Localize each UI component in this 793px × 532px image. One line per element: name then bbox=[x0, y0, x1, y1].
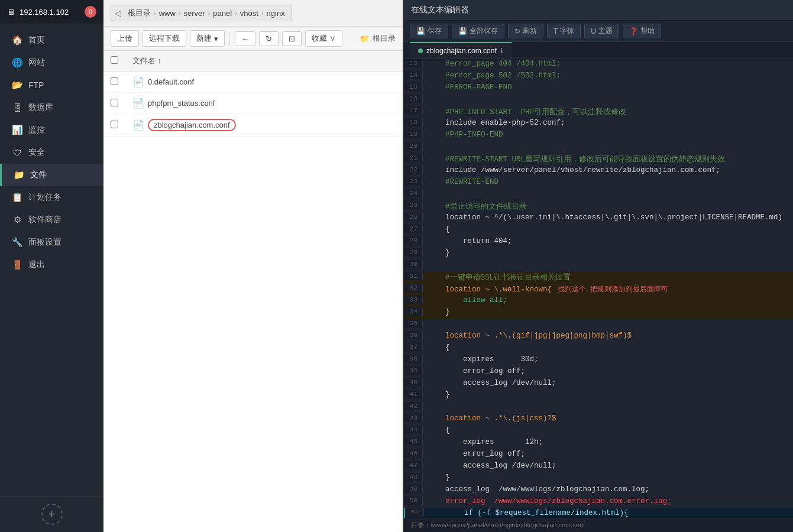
line-number: 50 bbox=[404, 497, 423, 505]
terminal-button[interactable]: ⊡ bbox=[282, 31, 302, 46]
sidebar-item-label: 退出 bbox=[28, 259, 45, 270]
sidebar-item-monitor[interactable]: 📊 监控 bbox=[0, 119, 103, 141]
sidebar-item-store[interactable]: ⚙ 软件商店 bbox=[0, 209, 103, 231]
line-content: #PHP-INFO-END bbox=[423, 130, 793, 140]
line-number: 16 bbox=[404, 95, 423, 103]
line-number: 51 bbox=[405, 508, 424, 517]
theme-button[interactable]: U 主题 bbox=[584, 24, 619, 38]
breadcrumb-item-server[interactable]: server bbox=[181, 8, 208, 18]
sidebar-item-ftp[interactable]: 📂 FTP bbox=[0, 74, 103, 96]
chevron-down-icon: ▾ bbox=[214, 34, 218, 43]
line-number: 23 bbox=[404, 177, 423, 186]
breadcrumb-back-icon[interactable]: ◁ bbox=[115, 8, 121, 18]
file-icon: 📄 bbox=[132, 98, 144, 109]
font-button[interactable]: T 字体 bbox=[547, 24, 581, 38]
file-checkbox[interactable] bbox=[111, 121, 118, 128]
line-number: 49 bbox=[404, 485, 423, 493]
breadcrumb-item-vhost[interactable]: vhost bbox=[237, 8, 261, 18]
line-number: 19 bbox=[404, 130, 423, 138]
line-content: #REWRITE-START URL重写规则引用，修改后可能导致面板设置的伪静态… bbox=[423, 154, 793, 165]
save-all-button[interactable]: 💾 全部保存 bbox=[452, 24, 504, 38]
breadcrumb-item-panel[interactable]: panel bbox=[210, 8, 235, 18]
editor-refresh-button[interactable]: ↻ 刷新 bbox=[508, 24, 543, 38]
line-number: 44 bbox=[404, 426, 423, 434]
code-line: 36 location ~ .*\.(gif|jpg|jpeg|png|bmp|… bbox=[404, 331, 793, 343]
code-area[interactable]: 13 #error_page 404 /404.html;14 #error_p… bbox=[404, 59, 793, 518]
code-line: 26 location ~ ^/(\.user.ini|\.htaccess|\… bbox=[404, 213, 793, 225]
new-button[interactable]: 新建 ▾ bbox=[190, 30, 225, 47]
code-line: 40 access_log /dev/null; bbox=[404, 378, 793, 390]
sidebar-item-label: FTP bbox=[28, 80, 44, 90]
save-button[interactable]: 💾 保存 bbox=[410, 24, 448, 38]
line-number: 25 bbox=[404, 201, 423, 209]
file-checkbox[interactable] bbox=[111, 77, 118, 85]
line-content: #REWRITE-END bbox=[423, 177, 793, 187]
breadcrumb-item-root[interactable]: 根目录 bbox=[125, 7, 154, 19]
code-line: 28 return 404; bbox=[404, 236, 793, 248]
line-number: 24 bbox=[404, 189, 423, 197]
code-line: 25 #禁止访问的文件或目录 bbox=[404, 201, 793, 213]
database-icon: 🗄 bbox=[12, 103, 22, 113]
table-row: 📄 zblogchajian.com.conf bbox=[103, 114, 403, 137]
cron-icon: 📋 bbox=[12, 192, 22, 203]
file-area: 文件名 ↑ 📄 0.default.conf bbox=[103, 51, 403, 532]
file-name[interactable]: phpfpm_status.conf bbox=[148, 99, 215, 108]
file-name[interactable]: 0.default.conf bbox=[148, 77, 194, 86]
editor-tab-file[interactable]: zblogchajian.com.conf ℹ bbox=[410, 42, 512, 59]
select-all-checkbox[interactable] bbox=[111, 56, 118, 64]
back-button[interactable]: ← bbox=[235, 31, 255, 46]
line-content: include enable-php-52.conf; bbox=[423, 118, 793, 128]
tab-indicator bbox=[418, 48, 423, 53]
line-content: include /www/server/panel/vhost/rewrite/… bbox=[423, 166, 793, 175]
sidebar-header: 🖥 192.168.1.102 0 bbox=[0, 0, 103, 24]
code-line: 38 expires 30d; bbox=[404, 355, 793, 366]
tab-info-icon[interactable]: ℹ bbox=[500, 47, 503, 55]
line-content: #禁止访问的文件或目录 bbox=[423, 201, 793, 212]
sidebar-item-logout[interactable]: 🚪 退出 bbox=[0, 254, 103, 276]
code-line: 20 bbox=[404, 142, 793, 154]
breadcrumb-item-www[interactable]: www bbox=[156, 8, 179, 18]
code-line: 31 #一键申请SSL证书验证目录相关设置 bbox=[404, 272, 793, 284]
line-number: 39 bbox=[404, 366, 423, 375]
table-row: 📄 0.default.conf bbox=[103, 72, 403, 93]
sidebar-item-home[interactable]: 🏠 首页 bbox=[0, 29, 103, 51]
editor-panel: 在线文本编辑器 💾 保存 💾 全部保存 ↻ 刷新 T 字体 U 主题 ❓ 帮助 bbox=[403, 0, 793, 532]
sidebar-item-website[interactable]: 🌐 网站 bbox=[0, 51, 103, 74]
line-number: 22 bbox=[404, 166, 423, 174]
line-content: } bbox=[423, 248, 793, 258]
compress-button[interactable]: 收藏 ∨ bbox=[305, 30, 342, 47]
file-table: 文件名 ↑ 📄 0.default.conf bbox=[103, 51, 403, 137]
code-line: 47 access_log /dev/null; bbox=[404, 461, 793, 473]
store-icon: ⚙ bbox=[12, 215, 22, 225]
code-line: 42 bbox=[404, 402, 793, 414]
sidebar-item-label: 计划任务 bbox=[28, 192, 62, 203]
line-number: 40 bbox=[404, 378, 423, 387]
line-content: allow all; bbox=[423, 296, 793, 305]
line-number: 47 bbox=[404, 461, 423, 469]
remote-download-button[interactable]: 远程下载 bbox=[143, 30, 186, 47]
editor-title: 在线文本编辑器 bbox=[411, 5, 469, 15]
logout-icon: 🚪 bbox=[12, 259, 22, 270]
line-number: 17 bbox=[404, 106, 423, 115]
refresh-button[interactable]: ↻ bbox=[259, 31, 279, 46]
sidebar-item-files[interactable]: 📁 文件 bbox=[0, 164, 103, 186]
line-content: #ERROR-PAGE-END bbox=[423, 83, 793, 92]
line-number: 13 bbox=[404, 59, 423, 67]
sidebar-item-security[interactable]: 🛡 安全 bbox=[0, 141, 103, 164]
sidebar-item-cron[interactable]: 📋 计划任务 bbox=[0, 186, 103, 209]
toolbar-right: 📁 根目录 bbox=[360, 33, 396, 44]
add-button[interactable]: + bbox=[41, 504, 63, 525]
code-line: 51 if (-f $request_filename/index.html){ bbox=[404, 508, 793, 518]
sidebar-item-panel[interactable]: 🔧 面板设置 bbox=[0, 231, 103, 254]
line-number: 38 bbox=[404, 355, 423, 363]
line-content: access_log /dev/null; bbox=[423, 461, 793, 471]
line-content: { bbox=[423, 225, 793, 234]
refresh-icon: ↻ bbox=[514, 27, 520, 35]
upload-button[interactable]: 上传 bbox=[111, 30, 139, 47]
file-name[interactable]: zblogchajian.com.conf bbox=[148, 119, 236, 131]
file-checkbox[interactable] bbox=[111, 99, 118, 106]
sidebar-item-database[interactable]: 🗄 数据库 bbox=[0, 96, 103, 119]
ftp-icon: 📂 bbox=[12, 80, 22, 90]
help-button[interactable]: ❓ 帮助 bbox=[623, 24, 661, 38]
breadcrumb-item-nginx[interactable]: nginx bbox=[264, 8, 288, 18]
